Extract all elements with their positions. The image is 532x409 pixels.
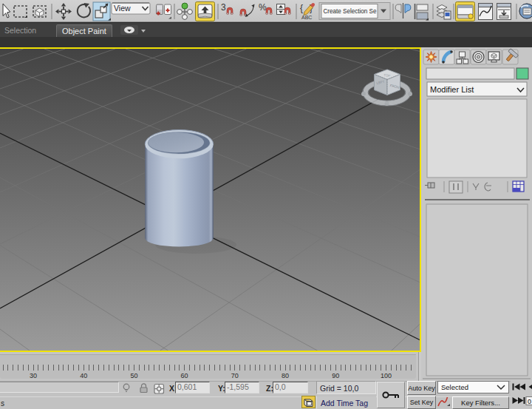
svg-text:ABC: ABC (301, 15, 312, 20)
svg-text:50: 50 (130, 372, 137, 379)
svg-text:{: { (300, 3, 303, 13)
svg-text:100: 100 (381, 372, 392, 379)
svg-text:70: 70 (231, 372, 239, 379)
svg-text:Modifier List: Modifier List (430, 85, 474, 94)
svg-text:View: View (114, 4, 131, 13)
svg-text:90: 90 (332, 372, 339, 379)
svg-text:30: 30 (30, 372, 37, 379)
svg-text:%: % (259, 2, 267, 13)
svg-text:0: 0 (528, 398, 531, 405)
svg-text:Create Selection Se: Create Selection Se (324, 7, 377, 15)
svg-text:40: 40 (80, 372, 87, 379)
svg-text:80: 80 (282, 372, 289, 379)
svg-text:60: 60 (181, 372, 188, 379)
svg-text:3: 3 (221, 2, 226, 13)
